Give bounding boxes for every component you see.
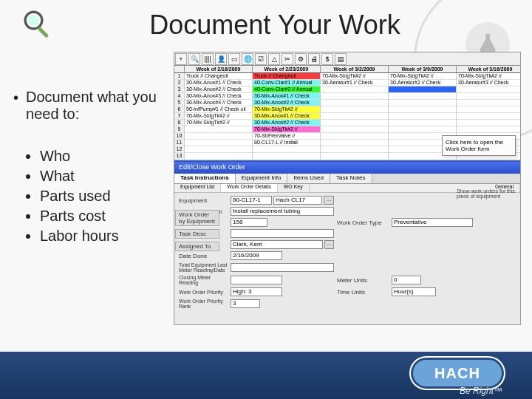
sheet-cell[interactable]: 30-Mix-Anox#2 // Check bbox=[253, 100, 321, 106]
money-icon[interactable]: $ bbox=[321, 53, 333, 65]
sheet-cell[interactable] bbox=[321, 100, 389, 106]
sheet-cell[interactable] bbox=[389, 106, 457, 113]
subtab-equip-list[interactable]: Equipment List bbox=[174, 184, 221, 192]
sheet-cell[interactable] bbox=[321, 113, 389, 120]
sheet-cell[interactable] bbox=[321, 140, 389, 146]
sheet-cell[interactable]: 30-Aerator#1 // Check bbox=[321, 80, 389, 86]
sheet-cell[interactable]: 70-Mix-SldgTk#2 // bbox=[389, 73, 457, 80]
week-col[interactable]: Week of 3/2/2009 bbox=[321, 66, 389, 72]
sheet-cell[interactable] bbox=[253, 153, 321, 160]
sheet-cell[interactable] bbox=[457, 86, 521, 93]
meterunits-field[interactable]: 0 bbox=[392, 276, 421, 284]
sheet-cell[interactable]: 50-InfPump#1 // Check oil bbox=[185, 106, 253, 113]
sheet-cell[interactable] bbox=[321, 93, 389, 100]
sheet-cell[interactable] bbox=[321, 153, 389, 160]
tab-task-instructions[interactable]: Task Instructions bbox=[174, 174, 236, 183]
globe-icon[interactable]: 🌐 bbox=[242, 53, 253, 65]
sheet-cell[interactable] bbox=[389, 100, 457, 106]
sheet-cell[interactable] bbox=[185, 153, 253, 160]
class-field[interactable] bbox=[231, 229, 334, 238]
meter-field[interactable] bbox=[231, 263, 334, 272]
table-row[interactable]: 770-Mix-SldgTk#2 //30-Mix-Anox#1 // Chec… bbox=[174, 113, 520, 120]
timeunits-field[interactable]: Hour(s) bbox=[392, 287, 436, 296]
sheet-cell[interactable]: 70-Mix-SldgTk#2 // bbox=[253, 126, 321, 133]
sheet-cell[interactable] bbox=[185, 133, 253, 140]
sheet-cell[interactable] bbox=[389, 120, 457, 126]
sheet-cell[interactable]: 70-Mix-SldgTk#2 // bbox=[321, 73, 389, 80]
taskdesc-field[interactable]: Install replacement tubing bbox=[231, 207, 334, 216]
equipment-lookup-button[interactable]: … bbox=[324, 196, 334, 205]
sheet-cell[interactable]: 30-Mix-Anox#2 // Check bbox=[185, 86, 253, 93]
paper-icon[interactable]: ▤ bbox=[335, 53, 347, 65]
sheet-cell[interactable] bbox=[457, 100, 521, 106]
person-icon[interactable]: 👤 bbox=[215, 53, 227, 65]
lefttab-wo-equip[interactable]: Work Order by Equipment bbox=[175, 210, 219, 226]
assigned-lookup-button[interactable]: … bbox=[324, 240, 334, 249]
sheet-cell[interactable] bbox=[457, 93, 521, 100]
table-row[interactable]: 650-InfPump#1 // Check oil70-Mix-SldgTk#… bbox=[174, 106, 520, 113]
sheet-cell[interactable]: 30-Mix-Anox#1 // Check bbox=[253, 113, 321, 120]
sheet-cell[interactable] bbox=[321, 133, 389, 140]
week-col[interactable]: Week of 3/16/2009 bbox=[457, 66, 521, 72]
sheet-cell[interactable]: 40-Conv-Clar#1 // Annual bbox=[253, 80, 321, 86]
sheet-cell[interactable]: 70-Mix-SldgTk#2 // bbox=[457, 73, 521, 80]
subtab-wo-details[interactable]: Work Order Details bbox=[221, 184, 277, 192]
check-icon[interactable]: ☑ bbox=[255, 53, 267, 65]
sheet-cell[interactable]: 30-Mix-Anox#2 // Check bbox=[253, 120, 321, 126]
sheet-cell[interactable] bbox=[321, 126, 389, 133]
table-row[interactable]: 870-Mix-SldgTk#2 //30-Mix-Anox#2 // Chec… bbox=[174, 120, 520, 126]
sheet-cell[interactable]: 30-Aerator#3 // Check bbox=[457, 80, 521, 86]
table-row[interactable]: 530-Mix-Anox#4 // Check30-Mix-Anox#2 // … bbox=[174, 100, 520, 106]
sheet-cell[interactable] bbox=[457, 113, 521, 120]
sheet-cell[interactable]: Truck // Changeoil bbox=[185, 73, 253, 80]
barcode-icon[interactable]: |||| bbox=[202, 53, 214, 65]
priority-field[interactable]: High: 3 bbox=[231, 287, 282, 296]
scissors-icon[interactable]: ✂ bbox=[282, 53, 293, 65]
table-row[interactable]: 1Truck // ChangeoilTruck // Changeoil70-… bbox=[174, 73, 520, 80]
sheet-cell[interactable] bbox=[185, 146, 253, 153]
wotype-field[interactable]: Preventative bbox=[392, 218, 473, 227]
sheet-cell[interactable] bbox=[321, 146, 389, 153]
gear-icon[interactable]: ⚙ bbox=[295, 53, 307, 65]
sheet-cell[interactable]: 30-Mix-Anox#1 // Check bbox=[185, 80, 253, 86]
lefttab-task-desc[interactable]: Task Desc bbox=[175, 229, 219, 239]
sheet-cell[interactable]: 30-Mix-Anox#1 // Check bbox=[253, 93, 321, 100]
sheet-cell[interactable]: 70-StrFlexValve // bbox=[253, 133, 321, 140]
box-icon[interactable]: ▭ bbox=[228, 53, 240, 65]
sheet-cell[interactable] bbox=[457, 120, 521, 126]
plus-icon[interactable]: + bbox=[175, 53, 187, 65]
sheet-cell[interactable] bbox=[253, 146, 321, 153]
sheet-cell[interactable]: 70-Mix-SldgTk#2 // bbox=[185, 113, 253, 120]
week-col[interactable]: Week of 2/16/2009 bbox=[185, 66, 253, 72]
week-col[interactable]: Week of 2/23/2009 bbox=[253, 66, 321, 72]
sheet-cell[interactable]: 70-Mix-SldgTk#2 // bbox=[253, 106, 321, 113]
lefttab-assigned[interactable]: Assigned To bbox=[175, 242, 219, 251]
table-row[interactable]: 430-Mix-Anox#3 // Check30-Mix-Anox#1 // … bbox=[174, 93, 520, 100]
wodate-field[interactable]: 158 bbox=[231, 218, 267, 227]
sheet-cell[interactable] bbox=[457, 106, 521, 113]
rank-field[interactable]: 3 bbox=[231, 299, 260, 308]
sheet-cell[interactable]: Truck // Changeoil bbox=[253, 73, 321, 80]
equipment-field[interactable]: 80-CL17-1 bbox=[231, 196, 272, 205]
search-icon[interactable]: 🔍 bbox=[188, 53, 200, 65]
assigned-field[interactable]: Clark, Kent bbox=[231, 240, 323, 249]
sheet-cell[interactable] bbox=[389, 93, 457, 100]
sheet-cell[interactable] bbox=[457, 126, 521, 133]
sheet-cell[interactable] bbox=[185, 126, 253, 133]
sheet-cell[interactable] bbox=[321, 120, 389, 126]
sheet-cell[interactable]: 30-Mix-Anox#3 // Check bbox=[185, 93, 253, 100]
sheet-cell[interactable] bbox=[321, 106, 389, 113]
print-icon[interactable]: 🖨 bbox=[308, 53, 320, 65]
table-row[interactable]: 970-Mix-SldgTk#2 // bbox=[174, 126, 520, 133]
subtab-wo-key[interactable]: WO Key bbox=[278, 184, 310, 192]
sheet-cell[interactable]: 30-Aerator#2 // Check bbox=[389, 80, 457, 86]
sheet-cell[interactable]: 70-Mix-SldgTk#2 // bbox=[185, 120, 253, 126]
equipment-desc[interactable]: Hach CL17 Chlorine Analyzer bbox=[273, 196, 322, 205]
sheet-cell[interactable] bbox=[321, 86, 389, 93]
sheet-cell[interactable] bbox=[389, 126, 457, 133]
table-row[interactable]: 330-Mix-Anox#2 // Check40-Conv-Clar#2 //… bbox=[174, 86, 520, 93]
sheet-cell[interactable]: 30-Mix-Anox#4 // Check bbox=[185, 100, 253, 106]
week-col[interactable]: Week of 3/9/2009 bbox=[389, 66, 457, 72]
tab-equipment-info[interactable]: Equipment Info bbox=[236, 174, 288, 183]
sheet-cell[interactable]: 40-Conv-Clar#2 // Annual bbox=[253, 86, 321, 93]
